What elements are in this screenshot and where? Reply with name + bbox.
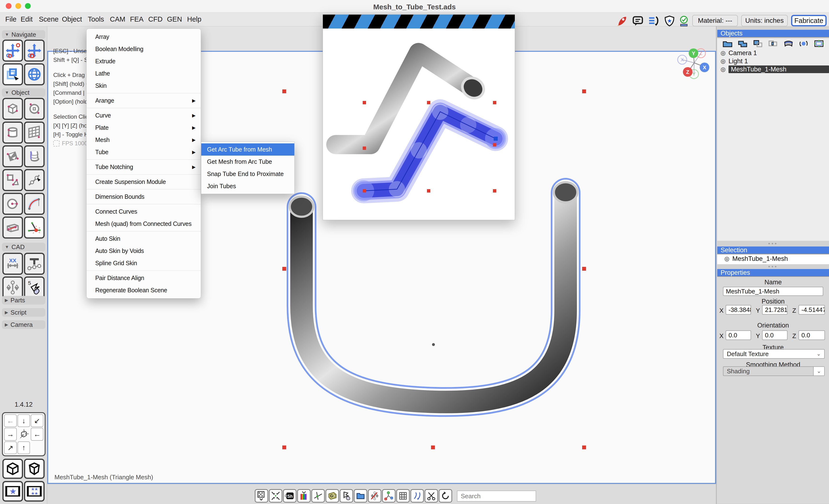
menu-file[interactable]: File [5, 15, 16, 23]
create-box-tube-button[interactable] [2, 217, 23, 239]
preview-window-titlebar[interactable] [323, 15, 515, 29]
smoothing-dropdown[interactable]: Shading ⌄ [723, 366, 825, 376]
object-row-meshtube[interactable]: ◎ MeshTube_1-Mesh [717, 65, 829, 73]
view-down-button[interactable]: ↓ [17, 414, 30, 427]
menu-item-tube-notching[interactable]: Tube Notching▶ [86, 161, 201, 173]
fabricate-button[interactable]: Fabricate [791, 15, 827, 26]
submenu-item-snap-tube-end-to-proximate[interactable]: Snap Tube End to Proximate [201, 168, 294, 180]
navigate-pan-select-button[interactable] [2, 40, 23, 62]
create-light-button[interactable] [24, 217, 45, 239]
create-mesh-grid-button[interactable] [24, 122, 45, 144]
sync-icon[interactable] [648, 15, 659, 26]
perspective-view-button[interactable] [24, 459, 45, 479]
menu-scene[interactable]: Scene [39, 15, 59, 23]
units-button[interactable]: Units: inches [741, 15, 788, 26]
texture-picker-icon[interactable] [255, 489, 268, 503]
view-up-right-button[interactable]: ↗ [4, 441, 17, 454]
edit-curve-button[interactable] [24, 169, 45, 191]
cad-tee-button[interactable] [24, 253, 45, 275]
menu-item-array[interactable]: Array [86, 31, 201, 43]
flag-cursor-icon[interactable] [340, 489, 353, 503]
view-left-button[interactable]: ← [4, 414, 17, 427]
menu-help[interactable]: Help [187, 15, 202, 23]
submenu-item-get-arc-tube-from-mesh[interactable]: Get Arc Tube from Mesh [201, 143, 294, 156]
chat-icon[interactable] [632, 15, 643, 26]
cad-dimension-button[interactable]: XX [2, 253, 23, 275]
position-x-field[interactable]: -38.38486 [726, 305, 751, 315]
properties-panel-header[interactable]: Properties [717, 269, 829, 277]
selection-panel-header[interactable]: Selection [717, 246, 829, 254]
menu-item-create-suspension-module[interactable]: Create Suspension Module [86, 176, 201, 188]
menu-item-connect-curves[interactable]: Connect Curves [86, 205, 201, 218]
navigate-orbit-globe-button[interactable] [24, 63, 45, 85]
single-viewport-button[interactable]: ★ [2, 481, 23, 502]
create-bezier-button[interactable] [24, 193, 45, 215]
create-sphere-button[interactable] [24, 98, 45, 120]
create-cube-button[interactable] [2, 98, 23, 120]
collapse-to-center-icon[interactable] [269, 489, 282, 503]
menu-item-tube[interactable]: Tube▶ [86, 146, 201, 158]
shading-toggle-icon[interactable]: Sh [283, 489, 296, 503]
create-polygon-button[interactable] [2, 169, 23, 191]
grid-icon[interactable] [396, 489, 410, 503]
selected-object-highlight[interactable]: MeshTube_1-Mesh [728, 66, 829, 73]
curve-arrow-icon[interactable] [410, 489, 424, 503]
difference-icon[interactable] [768, 40, 778, 47]
snap-lines-icon[interactable] [311, 489, 325, 503]
menu-item-plate[interactable]: Plate▶ [86, 122, 201, 134]
rocket-icon[interactable] [616, 15, 627, 26]
create-lathe-button[interactable] [24, 145, 45, 167]
bounds-icon[interactable] [814, 40, 824, 47]
view-right-button[interactable]: → [4, 428, 17, 440]
menu-item-mesh[interactable]: Mesh▶ [86, 134, 201, 146]
submenu-item-get-mesh-from-arc-tube[interactable]: Get Mesh from Arc Tube [201, 156, 294, 168]
section-navigate[interactable]: ▼ Navigate [2, 30, 45, 39]
shield-icon[interactable]: ★ [664, 15, 675, 26]
position-z-field[interactable]: -4.51447 [798, 305, 825, 315]
menu-item-boolean-modelling[interactable]: Boolean Modelling [86, 43, 201, 55]
menu-cam[interactable]: CAM [110, 15, 125, 23]
orientation-z-field[interactable]: 0.0 [798, 331, 825, 340]
cad-spline-pen-button[interactable]: 5 [24, 276, 45, 299]
search-input[interactable] [457, 491, 536, 502]
menu-item-auto-skin-by-voids[interactable]: Auto Skin by Voids [86, 245, 201, 257]
create-circle-button[interactable] [2, 193, 23, 215]
axis-xyz-icon[interactable]: YZX [382, 489, 396, 503]
orientation-y-field[interactable]: 0.0 [762, 331, 788, 340]
menu-fea[interactable]: FEA [130, 15, 143, 23]
menu-tools[interactable]: Tools [88, 15, 104, 23]
menu-item-extrude[interactable]: Extrude [86, 55, 201, 67]
material-button[interactable]: Material: --- [692, 15, 738, 26]
orientation-x-field[interactable]: 0.0 [726, 331, 751, 340]
menu-item-pair-distance-align[interactable]: Pair Distance Align [86, 272, 201, 284]
section-parts[interactable]: ▶ Parts [2, 296, 45, 305]
menu-cfd[interactable]: CFD [148, 15, 163, 23]
preview-window[interactable] [323, 14, 515, 220]
menu-item-mesh-quad-from-connected-curves[interactable]: Mesh (quad) from Connected Curves [86, 218, 201, 230]
name-field[interactable]: MeshTube_1-Mesh [723, 287, 823, 296]
menu-item-spline-grid-skin[interactable]: Spline Grid Skin [86, 257, 201, 269]
object-visibility-icon[interactable]: ◎ [721, 58, 726, 65]
submenu-item-join-tubes[interactable]: Join Tubes [201, 180, 294, 192]
kite-disable-icon[interactable] [368, 489, 382, 503]
menu-item-auto-skin[interactable]: Auto Skin [86, 233, 201, 245]
section-cad[interactable]: ▼ CAD [2, 243, 45, 251]
object-row-light[interactable]: ◎ Light 1 [717, 57, 829, 65]
navigate-pan-button[interactable] [24, 40, 45, 62]
menu-item-skin[interactable]: Skin [86, 80, 201, 92]
surface-icon[interactable] [784, 40, 793, 47]
refresh-icon[interactable] [439, 489, 452, 503]
axis-gizmo[interactable]: X Z Y Y X Z [676, 46, 712, 82]
section-object[interactable]: ▼ Object [2, 88, 45, 97]
menu-item-regenerate-boolean-scene[interactable]: Regenerate Boolean Scene [86, 284, 201, 296]
menu-item-dimension-bounds[interactable]: Dimension Bounds [86, 191, 201, 203]
create-plate-button[interactable] [2, 145, 23, 167]
section-camera[interactable]: ▶ Camera [2, 320, 45, 329]
menu-edit[interactable]: Edit [21, 15, 33, 23]
view-up-button[interactable]: ↑ [17, 441, 30, 454]
object-visibility-icon[interactable]: ◎ [721, 66, 726, 73]
cad-kite-pair-button[interactable] [2, 276, 23, 299]
check-badge-icon[interactable] [678, 15, 689, 26]
menu-item-curve[interactable]: Curve▶ [86, 109, 201, 122]
object-visibility-icon[interactable]: ◎ [721, 50, 726, 56]
